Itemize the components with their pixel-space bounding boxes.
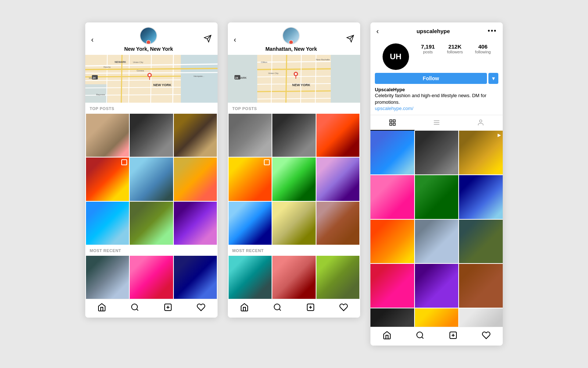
- profile-tabs: [370, 115, 503, 131]
- phone2-bottom-nav: [228, 299, 360, 318]
- list-item[interactable]: [229, 256, 272, 299]
- search-nav-icon-2[interactable]: [273, 303, 282, 314]
- list-item[interactable]: [174, 158, 217, 201]
- tab-list[interactable]: [415, 115, 459, 131]
- list-item[interactable]: [174, 256, 217, 299]
- phone2-top-posts-label: TOP POSTS: [228, 103, 360, 114]
- phone3-content: UH 7,191 posts 212K followers 406 follow…: [370, 40, 503, 327]
- list-item[interactable]: [229, 202, 272, 245]
- back-button-3[interactable]: ‹: [376, 27, 379, 35]
- more-options-button[interactable]: •••: [488, 27, 497, 35]
- phone2-map: Clifton New Rochelle Union City NEW YORK…: [228, 55, 360, 103]
- follow-dropdown-button[interactable]: ▾: [488, 73, 498, 84]
- list-item[interactable]: [130, 202, 173, 245]
- list-item[interactable]: [272, 158, 315, 201]
- svg-text:Kearny: Kearny: [104, 66, 111, 68]
- list-item[interactable]: [272, 114, 315, 157]
- list-item[interactable]: [272, 202, 315, 245]
- phone-3: ‹ upscalehype ••• UH 7,191 posts 212K fo…: [370, 22, 503, 346]
- list-item[interactable]: [370, 175, 414, 219]
- list-item[interactable]: [459, 264, 503, 308]
- list-item[interactable]: [86, 158, 129, 201]
- list-item[interactable]: [229, 114, 272, 157]
- list-item[interactable]: [415, 308, 459, 327]
- svg-line-47: [286, 55, 287, 103]
- add-nav-icon-2[interactable]: [306, 303, 315, 314]
- following-stat[interactable]: 406 following: [475, 43, 491, 54]
- home-nav-icon-3[interactable]: [383, 331, 391, 342]
- list-item[interactable]: [370, 220, 414, 263]
- svg-text:NEW YORK: NEW YORK: [292, 83, 311, 87]
- list-item[interactable]: [86, 114, 129, 157]
- list-item[interactable]: [415, 220, 459, 263]
- phone1-send-icon[interactable]: [204, 35, 212, 45]
- followers-stat[interactable]: 212K followers: [447, 43, 463, 54]
- svg-text:NEWARK: NEWARK: [115, 61, 126, 63]
- svg-point-60: [274, 304, 280, 310]
- phone2-location-avatar: [282, 27, 300, 45]
- list-item[interactable]: [316, 202, 359, 245]
- phone2-send-icon[interactable]: [346, 35, 354, 45]
- phone3-bottom-nav: [370, 327, 503, 346]
- svg-line-41: [257, 69, 331, 70]
- back-button-2[interactable]: ‹: [234, 35, 236, 44]
- home-nav-icon-2[interactable]: [240, 303, 249, 314]
- list-item[interactable]: [459, 308, 503, 327]
- phone1-location-title: New York, New York: [124, 46, 173, 52]
- svg-point-58: [295, 73, 297, 75]
- list-item[interactable]: [370, 131, 414, 174]
- add-nav-icon-3[interactable]: [449, 331, 458, 342]
- svg-rect-68: [393, 123, 395, 125]
- list-item[interactable]: [174, 202, 217, 245]
- back-button-1[interactable]: ‹: [91, 35, 94, 44]
- svg-point-30: [132, 304, 137, 310]
- list-item[interactable]: [272, 256, 315, 299]
- list-item[interactable]: [130, 158, 173, 201]
- list-item[interactable]: [459, 220, 503, 263]
- heart-nav-icon-2[interactable]: [339, 303, 348, 314]
- tab-grid[interactable]: [370, 115, 415, 131]
- list-item[interactable]: [316, 114, 359, 157]
- list-item[interactable]: [229, 158, 272, 201]
- list-item[interactable]: [316, 256, 359, 299]
- list-item[interactable]: [86, 202, 129, 245]
- bio-link[interactable]: upscalehype.com/: [375, 106, 498, 111]
- phone2-most-recent-label: MOST RECENT: [228, 245, 360, 256]
- svg-line-44: [257, 91, 331, 92]
- home-nav-icon[interactable]: [97, 303, 106, 314]
- tab-tagged[interactable]: [459, 115, 503, 131]
- bio-text: Celebrity fashion and high-end lifestyle…: [375, 92, 498, 106]
- follow-button[interactable]: Follow: [375, 73, 487, 84]
- list-item[interactable]: [174, 114, 217, 157]
- phone1-header-center: New York, New York: [124, 27, 173, 52]
- list-item[interactable]: [370, 308, 414, 327]
- search-nav-icon[interactable]: [130, 303, 139, 314]
- list-item[interactable]: [316, 158, 359, 201]
- svg-line-74: [422, 337, 423, 339]
- heart-nav-icon-3[interactable]: [482, 331, 491, 342]
- follow-row: Follow ▾: [370, 73, 503, 86]
- list-item[interactable]: [415, 131, 459, 174]
- list-item[interactable]: [415, 175, 459, 219]
- list-item[interactable]: [370, 264, 414, 308]
- svg-text:New Rochelle: New Rochelle: [316, 59, 330, 61]
- svg-text:Clifton: Clifton: [261, 61, 267, 63]
- list-item[interactable]: ▶: [459, 131, 503, 174]
- list-item[interactable]: [86, 256, 129, 299]
- phone1-bottom-nav: [85, 299, 218, 318]
- profile-posts-grid: ▶: [370, 131, 503, 327]
- svg-text:Hempste...: Hempste...: [194, 75, 204, 77]
- search-nav-icon-3[interactable]: [416, 331, 424, 342]
- phone2-top-posts-grid: [228, 114, 360, 245]
- list-item[interactable]: [130, 114, 173, 157]
- list-item[interactable]: [415, 264, 459, 308]
- posts-count: 7,191: [421, 43, 435, 50]
- list-item[interactable]: [130, 256, 173, 299]
- add-nav-icon[interactable]: [164, 303, 172, 314]
- phone2-header-center: Manhattan, New York: [265, 27, 317, 52]
- svg-text:NEW YORK: NEW YORK: [153, 83, 172, 87]
- multi-indicator: [121, 159, 127, 165]
- heart-nav-icon[interactable]: [197, 303, 205, 314]
- svg-text:Union City: Union City: [268, 72, 279, 74]
- list-item[interactable]: [459, 175, 503, 219]
